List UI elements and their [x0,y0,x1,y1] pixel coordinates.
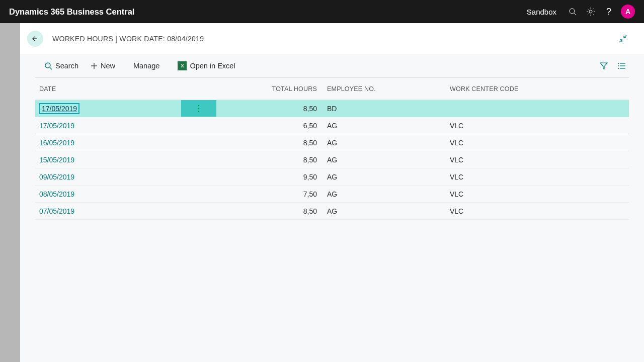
filter-icon[interactable] [597,59,611,73]
svg-line-13 [619,40,622,42]
plus-icon [91,62,98,69]
row-menu-button [181,203,216,219]
work-center-cell: VLC [450,190,629,198]
data-table: DATE TOTAL HOURS EMPLOYEE NO. WORK CENTE… [35,78,629,220]
col-work-center[interactable]: WORK CENTER CODE [450,85,629,93]
svg-line-10 [593,9,593,9]
page-header: WORKED HOURS | WORK DATE: 08/04/2019 [20,23,644,54]
search-button[interactable]: Search [38,56,85,75]
svg-marker-18 [600,63,607,69]
back-button[interactable] [27,31,43,47]
col-employee-no[interactable]: EMPLOYEE NO. [327,85,450,93]
row-menu-button [181,134,216,151]
date-cell[interactable]: 17/05/2019 [35,103,181,114]
svg-point-27 [198,111,200,112]
avatar[interactable]: A [621,5,635,19]
work-center-cell: VLC [450,122,629,130]
svg-line-12 [624,35,626,38]
table-row[interactable]: 17/05/20198,50BD [35,100,629,117]
toolbar: Search New Manage X Open in Excel [35,54,629,77]
work-center-cell: VLC [450,156,629,164]
employee-cell: AG [327,156,450,164]
employee-cell: AG [327,190,450,198]
top-nav: Dynamics 365 Business Central Sandbox ? … [0,0,644,23]
new-label: New [101,62,115,70]
svg-line-1 [574,13,576,15]
employee-cell: AG [327,207,450,215]
hours-cell: 8,50 [216,105,327,113]
page-title: WORKED HOURS | WORK DATE: 08/04/2019 [52,35,204,43]
table-row[interactable]: 17/05/20196,50AGVLC [35,117,629,134]
svg-point-0 [570,9,575,14]
manage-label: Manage [133,62,159,70]
help-icon[interactable]: ? [600,0,618,23]
open-excel-label: Open in Excel [190,62,235,70]
row-menu-button [181,168,216,185]
excel-icon: X [178,61,187,70]
row-menu-button [181,186,216,202]
svg-point-2 [589,10,592,13]
svg-point-23 [618,65,619,66]
col-date[interactable]: DATE [35,85,181,93]
table-row[interactable]: 08/05/20197,50AGVLC [35,186,629,203]
svg-point-14 [45,63,50,68]
gear-icon[interactable] [582,0,600,23]
svg-point-22 [618,63,619,64]
employee-cell: AG [327,173,450,181]
table-row[interactable]: 16/05/20198,50AGVLC [35,134,629,151]
open-excel-button[interactable]: X Open in Excel [172,56,241,75]
environment-label: Sandbox [527,8,556,16]
table-header: DATE TOTAL HOURS EMPLOYEE NO. WORK CENTE… [35,78,629,100]
table-row[interactable]: 07/05/20198,50AGVLC [35,203,629,220]
app-title: Dynamics 365 Business Central [9,7,134,17]
date-cell[interactable]: 17/05/2019 [35,122,181,130]
table-row[interactable]: 09/05/20199,50AGVLC [35,168,629,186]
svg-line-8 [593,14,593,14]
hours-cell: 7,50 [216,190,327,198]
search-icon [44,62,52,70]
table-row[interactable]: 15/05/20198,50AGVLC [35,151,629,168]
manage-button[interactable]: Manage [127,56,166,75]
date-cell[interactable]: 16/05/2019 [35,139,181,147]
search-icon[interactable] [564,0,582,23]
date-cell[interactable]: 09/05/2019 [35,173,181,181]
search-label: Search [55,62,78,70]
svg-line-9 [588,14,588,14]
date-cell[interactable]: 15/05/2019 [35,156,181,164]
date-link[interactable]: 17/05/2019 [39,103,79,114]
work-center-cell: VLC [450,173,629,181]
row-menu-button [181,117,216,134]
svg-point-26 [198,108,200,109]
list-view-icon[interactable] [615,59,629,73]
work-center-cell: VLC [450,207,629,215]
work-center-cell: VLC [450,139,629,147]
row-menu-button[interactable] [181,100,216,117]
hours-cell: 8,50 [216,207,327,215]
hours-cell: 6,50 [216,122,327,130]
employee-cell: BD [327,105,450,113]
hours-cell: 9,50 [216,173,327,181]
collapse-icon[interactable] [616,32,630,46]
employee-cell: AG [327,122,450,130]
svg-point-24 [618,68,619,69]
svg-line-7 [588,9,588,9]
row-menu-button [181,151,216,168]
svg-point-25 [198,105,200,106]
page-card: WORKED HOURS | WORK DATE: 08/04/2019 Sea… [20,23,644,362]
date-cell[interactable]: 07/05/2019 [35,207,181,215]
hours-cell: 8,50 [216,139,327,147]
svg-line-15 [50,67,52,69]
date-cell[interactable]: 08/05/2019 [35,190,181,198]
col-total-hours[interactable]: TOTAL HOURS [216,85,327,93]
hours-cell: 8,50 [216,156,327,164]
more-vert-icon [198,105,200,113]
new-button[interactable]: New [85,56,121,75]
employee-cell: AG [327,139,450,147]
